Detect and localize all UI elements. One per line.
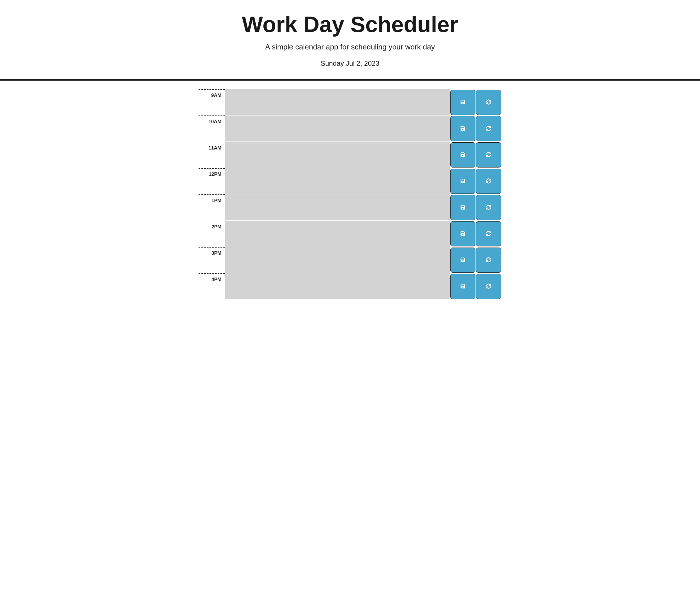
time-block: 3PM <box>199 247 501 273</box>
event-input[interactable] <box>225 168 450 194</box>
refresh-button[interactable] <box>476 116 501 141</box>
event-input[interactable] <box>225 273 450 300</box>
refresh-button[interactable] <box>476 247 501 273</box>
save-icon <box>460 99 466 105</box>
schedule-container: 9AM10AM11AM12PM1PM2PM3PM4PM <box>196 89 504 300</box>
save-button[interactable] <box>450 247 475 273</box>
time-block: 4PM <box>199 273 501 300</box>
time-block: 1PM <box>199 194 501 221</box>
page-subtitle: A simple calendar app for scheduling you… <box>6 43 694 51</box>
hour-label: 4PM <box>199 273 225 300</box>
hour-label: 11AM <box>199 142 225 168</box>
save-button[interactable] <box>450 142 475 168</box>
refresh-icon <box>486 178 491 184</box>
save-icon <box>460 178 466 184</box>
hour-label: 2PM <box>199 221 225 247</box>
save-button[interactable] <box>450 274 475 299</box>
event-input[interactable] <box>225 194 450 221</box>
refresh-button[interactable] <box>476 90 501 115</box>
event-input[interactable] <box>225 247 450 273</box>
refresh-button[interactable] <box>476 221 501 246</box>
current-date: Sunday Jul 2, 2023 <box>6 59 694 68</box>
event-input[interactable] <box>225 89 450 116</box>
event-input[interactable] <box>225 142 450 168</box>
save-button[interactable] <box>450 90 475 115</box>
refresh-icon <box>486 284 491 290</box>
save-icon <box>460 231 466 237</box>
save-button[interactable] <box>450 221 475 246</box>
refresh-icon <box>486 257 491 263</box>
refresh-icon <box>486 126 491 132</box>
time-block: 10AM <box>199 116 501 142</box>
save-icon <box>460 257 466 263</box>
save-icon <box>460 284 466 290</box>
save-button[interactable] <box>450 195 475 220</box>
time-block: 11AM <box>199 142 501 168</box>
refresh-button[interactable] <box>476 274 501 299</box>
refresh-icon <box>486 99 491 105</box>
hour-label: 1PM <box>199 194 225 221</box>
hour-label: 3PM <box>199 247 225 273</box>
refresh-icon <box>486 205 491 211</box>
refresh-button[interactable] <box>476 169 501 194</box>
save-button[interactable] <box>450 116 475 141</box>
save-icon <box>460 205 466 211</box>
refresh-icon <box>486 152 491 158</box>
time-block: 2PM <box>199 221 501 247</box>
save-button[interactable] <box>450 169 475 194</box>
event-input[interactable] <box>225 116 450 142</box>
hour-label: 12PM <box>199 168 225 194</box>
save-icon <box>460 152 466 158</box>
refresh-button[interactable] <box>476 195 501 220</box>
refresh-button[interactable] <box>476 142 501 168</box>
save-icon <box>460 126 466 132</box>
time-block: 9AM <box>199 89 501 116</box>
hour-label: 9AM <box>199 89 225 116</box>
refresh-icon <box>486 231 491 237</box>
time-block: 12PM <box>199 168 501 194</box>
hour-label: 10AM <box>199 116 225 142</box>
page-header: Work Day Scheduler A simple calendar app… <box>0 0 700 80</box>
page-title: Work Day Scheduler <box>6 11 694 38</box>
event-input[interactable] <box>225 221 450 247</box>
